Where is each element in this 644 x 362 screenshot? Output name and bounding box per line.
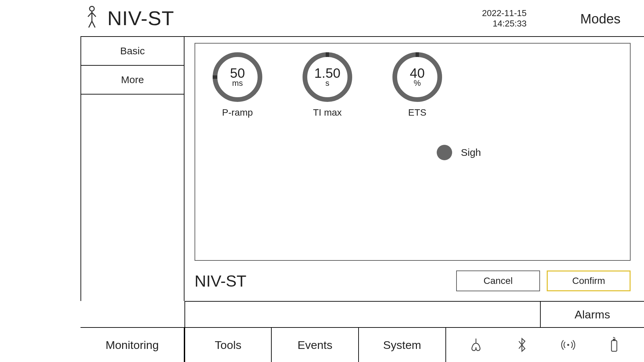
modes-button[interactable]: Modes [580,11,621,26]
svg-point-1 [567,344,569,346]
dial-label: P-ramp [222,107,253,118]
patient-icon [85,6,99,31]
dial-ti-max[interactable]: 1.50 s TI max [303,52,352,118]
cancel-button[interactable]: Cancel [456,270,540,291]
alarms-button[interactable]: Alarms [540,302,644,327]
sigh-label: Sigh [461,147,481,158]
dial-unit: ms [232,78,243,88]
svg-point-0 [90,6,94,11]
dial-label: ETS [408,107,426,118]
confirm-button[interactable]: Confirm [547,270,631,291]
dial-p-ramp[interactable]: 50 ms P-ramp [213,52,262,118]
datetime: 2022-11-15 14:25:33 [482,8,527,29]
tab-basic[interactable]: Basic [81,37,184,66]
bluetooth-icon[interactable] [514,337,530,353]
bottom-nav: Monitoring Tools Events System [80,327,644,362]
nav-events[interactable]: Events [272,328,359,362]
dial-label: TI max [313,107,342,118]
nav-system[interactable]: System [359,328,446,362]
sidebar-blank [81,95,184,301]
signal-icon[interactable] [560,337,577,353]
nav-monitoring[interactable]: Monitoring [80,328,184,362]
svg-rect-3 [613,339,615,341]
nav-tools[interactable]: Tools [184,328,272,362]
header-bar: NIV-ST 2022-11-15 14:25:33 Modes [80,0,644,37]
dial-value: 40 [410,66,425,80]
dial-unit: s [325,78,329,88]
time-text: 14:25:33 [482,18,527,29]
date-text: 2022-11-15 [482,8,527,18]
lungs-icon[interactable] [468,337,484,353]
settings-panel: 50 ms P-ramp 1.50 s TI max [195,43,631,261]
mode-title: NIV-ST [107,7,174,30]
dial-ets[interactable]: 40 % ETS [392,52,442,118]
dial-value: 1.50 [314,66,340,80]
sigh-toggle[interactable] [437,145,452,160]
mode-subtitle: NIV-ST [195,272,247,290]
svg-rect-2 [611,341,617,351]
dial-value: 50 [230,66,245,80]
tab-more[interactable]: More [81,66,184,95]
dial-unit: % [414,78,421,88]
battery-icon[interactable] [606,337,623,353]
